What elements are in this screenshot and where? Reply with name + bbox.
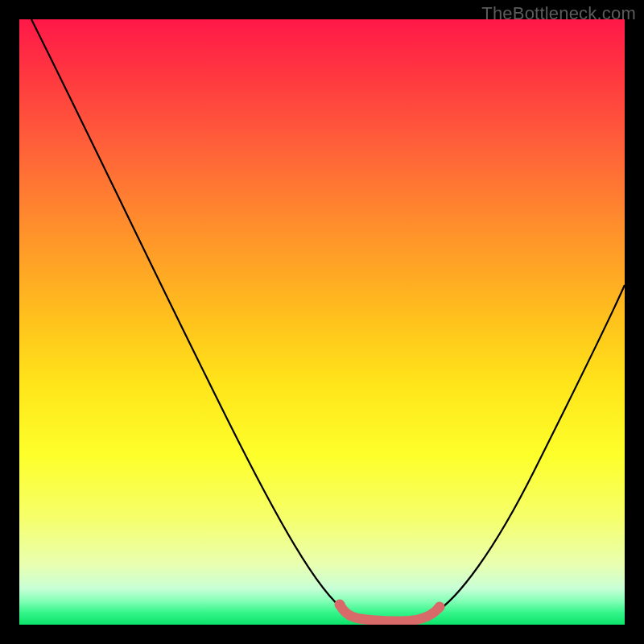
plot-area xyxy=(19,19,625,625)
chart-frame: TheBottleneck.com xyxy=(0,0,644,644)
watermark-text: TheBottleneck.com xyxy=(481,3,636,24)
optimal-range-marker xyxy=(340,605,440,621)
curve-layer xyxy=(19,19,625,625)
marker-start-dot xyxy=(335,600,345,610)
marker-end-dot xyxy=(435,602,445,613)
bottleneck-curve xyxy=(31,19,625,621)
